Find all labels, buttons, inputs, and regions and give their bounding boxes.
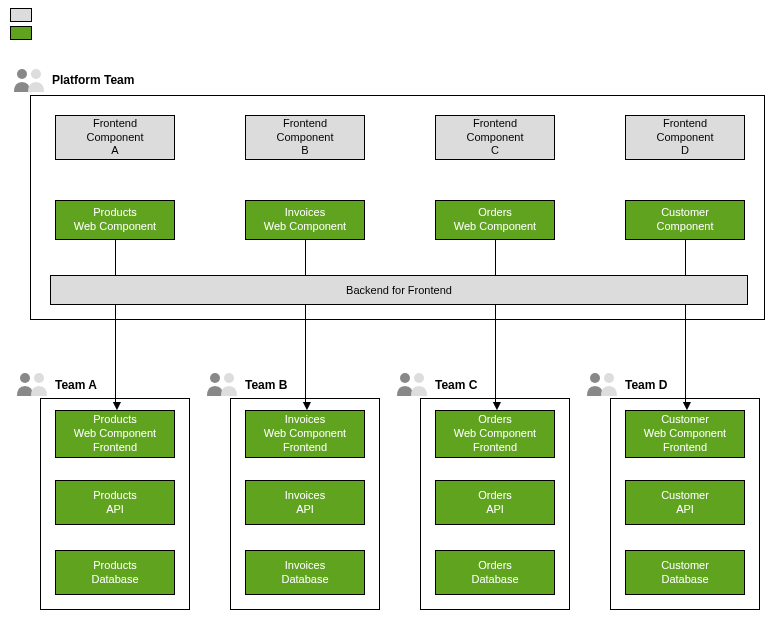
cell: Web Component bbox=[454, 427, 536, 441]
cell: Customer bbox=[661, 489, 709, 503]
legend-swatch-gray bbox=[10, 8, 32, 22]
connector bbox=[495, 305, 496, 403]
svg-point-9 bbox=[604, 373, 614, 383]
fc-c-l3: C bbox=[491, 144, 499, 158]
cell: API bbox=[486, 503, 504, 517]
team-a-block-1: Products API bbox=[55, 480, 175, 525]
team-c-block-2: Orders Database bbox=[435, 550, 555, 595]
team-b-block-0: Invoices Web Component Frontend bbox=[245, 410, 365, 458]
svg-point-5 bbox=[224, 373, 234, 383]
web-invoices: Invoices Web Component bbox=[245, 200, 365, 240]
connector bbox=[305, 240, 306, 275]
frontend-comp-c: Frontend Component C bbox=[435, 115, 555, 160]
cell: Database bbox=[471, 573, 518, 587]
bff: Backend for Frontend bbox=[50, 275, 748, 305]
users-icon bbox=[15, 370, 51, 398]
users-icon bbox=[585, 370, 621, 398]
web-products: Products Web Component bbox=[55, 200, 175, 240]
team-c-title: Team C bbox=[435, 378, 477, 392]
wi-l2: Web Component bbox=[264, 220, 346, 234]
cell: Invoices bbox=[285, 559, 325, 573]
team-c-block-0: Orders Web Component Frontend bbox=[435, 410, 555, 458]
fc-c-l1: Frontend bbox=[473, 117, 517, 131]
web-orders: Orders Web Component bbox=[435, 200, 555, 240]
cell: Orders bbox=[478, 489, 512, 503]
cell: API bbox=[676, 503, 694, 517]
cell: Web Component bbox=[644, 427, 726, 441]
team-d-block-2: Customer Database bbox=[625, 550, 745, 595]
fc-a-l1: Frontend bbox=[93, 117, 137, 131]
cell: Products bbox=[93, 559, 136, 573]
cell: Frontend bbox=[473, 441, 517, 455]
connector bbox=[685, 240, 686, 275]
wp-l1: Products bbox=[93, 206, 136, 220]
connector bbox=[685, 305, 686, 403]
legend-swatch-green bbox=[10, 26, 32, 40]
frontend-comp-b: Frontend Component B bbox=[245, 115, 365, 160]
team-a-title: Team A bbox=[55, 378, 97, 392]
svg-point-7 bbox=[414, 373, 424, 383]
wp-l2: Web Component bbox=[74, 220, 156, 234]
team-a-block-0: Products Web Component Frontend bbox=[55, 410, 175, 458]
fc-d-l3: D bbox=[681, 144, 689, 158]
web-customer: Customer Component bbox=[625, 200, 745, 240]
team-b-title: Team B bbox=[245, 378, 287, 392]
team-d-block-0: Customer Web Component Frontend bbox=[625, 410, 745, 458]
wc-l2: Component bbox=[657, 220, 714, 234]
svg-point-1 bbox=[31, 69, 41, 79]
cell: Invoices bbox=[285, 413, 325, 427]
team-c-block-1: Orders API bbox=[435, 480, 555, 525]
users-icon bbox=[205, 370, 241, 398]
fc-a-l3: A bbox=[111, 144, 118, 158]
cell: API bbox=[106, 503, 124, 517]
cell: Orders bbox=[478, 559, 512, 573]
cell: Customer bbox=[661, 559, 709, 573]
cell: Web Component bbox=[264, 427, 346, 441]
frontend-comp-d: Frontend Component D bbox=[625, 115, 745, 160]
cell: Customer bbox=[661, 413, 709, 427]
svg-point-6 bbox=[400, 373, 410, 383]
team-a-block-2: Products Database bbox=[55, 550, 175, 595]
fc-d-l1: Frontend bbox=[663, 117, 707, 131]
cell: Web Component bbox=[74, 427, 156, 441]
cell: Database bbox=[91, 573, 138, 587]
svg-point-3 bbox=[34, 373, 44, 383]
fc-d-l2: Component bbox=[657, 131, 714, 145]
frontend-comp-a: Frontend Component A bbox=[55, 115, 175, 160]
cell: Orders bbox=[478, 413, 512, 427]
svg-point-4 bbox=[210, 373, 220, 383]
cell: Database bbox=[281, 573, 328, 587]
connector bbox=[115, 240, 116, 275]
connector bbox=[495, 240, 496, 275]
team-d-title: Team D bbox=[625, 378, 667, 392]
cell: Products bbox=[93, 413, 136, 427]
wi-l1: Invoices bbox=[285, 206, 325, 220]
bff-label: Backend for Frontend bbox=[346, 284, 452, 296]
connector bbox=[305, 305, 306, 403]
cell: API bbox=[296, 503, 314, 517]
wo-l1: Orders bbox=[478, 206, 512, 220]
legend-domain bbox=[10, 24, 38, 42]
svg-point-8 bbox=[590, 373, 600, 383]
cell: Frontend bbox=[283, 441, 327, 455]
team-d-block-1: Customer API bbox=[625, 480, 745, 525]
fc-b-l1: Frontend bbox=[283, 117, 327, 131]
team-b-block-2: Invoices Database bbox=[245, 550, 365, 595]
svg-point-2 bbox=[20, 373, 30, 383]
platform-title: Platform Team bbox=[52, 73, 134, 87]
cell: Invoices bbox=[285, 489, 325, 503]
wc-l1: Customer bbox=[661, 206, 709, 220]
legend-platform bbox=[10, 6, 38, 24]
fc-b-l3: B bbox=[301, 144, 308, 158]
users-icon bbox=[395, 370, 431, 398]
wo-l2: Web Component bbox=[454, 220, 536, 234]
legend bbox=[10, 6, 38, 42]
cell: Frontend bbox=[93, 441, 137, 455]
team-b-block-1: Invoices API bbox=[245, 480, 365, 525]
fc-a-l2: Component bbox=[87, 131, 144, 145]
fc-b-l2: Component bbox=[277, 131, 334, 145]
cell: Products bbox=[93, 489, 136, 503]
cell: Database bbox=[661, 573, 708, 587]
fc-c-l2: Component bbox=[467, 131, 524, 145]
connector bbox=[115, 305, 116, 403]
